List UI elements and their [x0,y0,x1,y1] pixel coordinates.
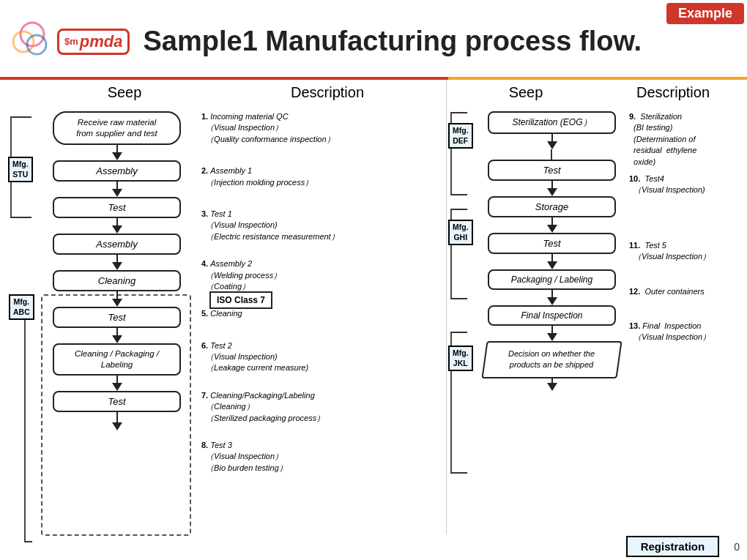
arrow-down-3 [112,225,122,234]
left-col-headers: Seep Description [0,80,446,104]
step-test2: Test [53,307,181,328]
example-badge: Example [666,3,744,24]
mfg-ghi-label: Mfg.GHI [448,220,473,245]
bottom-bar: Registration 0 [0,534,747,559]
r-desc-num-10: 10. [629,174,640,183]
r-arrow-line-5 [551,290,553,297]
r-desc-item-12: 12. Outer containers [629,286,744,297]
page-title: Sample1 Manufacturing process flow. [143,26,738,57]
arrow-line-1 [116,145,118,152]
desc-num-3: 3. [201,209,208,218]
arrow-down-4 [112,262,122,270]
desc-num-7: 7. [201,391,208,400]
r-arrow-line-6 [551,326,553,333]
r-arrow-down-1 [547,141,557,149]
r-arrow-line-3 [551,217,553,225]
arrow-down-5 [112,299,122,307]
arrow-line-8 [116,412,118,422]
r-bracket-gap1 [480,149,623,160]
desc-num-5: 5. [201,309,208,318]
desc-text-3: Test 1 （Visual Inspection) （Electric res… [201,209,339,241]
right-flow-area: Mfg.DEF Mfg.GHI Mfg.JKL [447,104,747,548]
desc-item-1: 1. Incoming material QC （Visual Inspecti… [201,111,442,145]
r-arrow-line-2 [551,181,553,188]
r-desc-num-9: 9. [629,112,636,121]
step-assembly2-wrapper: Assembly [38,234,196,270]
r-arrow-down-5 [547,297,557,305]
mfg-def-label: Mfg.DEF [448,123,473,149]
step-storage-wrapper: Storage [480,196,623,233]
main-content: Seep Description Mfg.STU [0,80,747,548]
left-section: Seep Description Mfg.STU [0,80,447,548]
r-arrow-down-3 [547,225,557,233]
r-arrow-line-4 [551,254,553,261]
arrow-down-1 [112,152,122,160]
desc-item-4: 4. Assembly 2 （Welding process） （Coating… [201,258,442,292]
desc-num-1: 1. [201,112,208,121]
step-final-inspection: Final Inspection [488,305,616,326]
pmda-text: pmda [80,32,123,51]
arrow-down-6 [112,335,122,343]
right-col-headers: Seep Description [447,80,747,104]
registration-button[interactable]: Registration [626,536,720,557]
step-test1-wrapper: Test [38,197,196,234]
r-desc-text-11: Test 5 （Visual Inspection） [629,241,710,261]
step-receive: Receive raw materialfrom supplier and te… [53,111,181,145]
desc-text-6: Test 2 （Visual Inspection) （Leakage curr… [201,341,308,373]
r-desc-num-13: 13. [629,321,640,330]
r-desc-item-10: 10. Test4 （Visual Inspection) [629,173,744,196]
step-cleaning-pkg: Cleaning / Packaging /Labeling [53,343,181,376]
logo-circles [9,21,53,61]
step-sterilization: Sterilization (EOG） [488,111,616,134]
arrow-line-7 [116,376,118,383]
r-arrow-line-1 [551,134,553,141]
desc-text-5: Cleaning [210,309,242,318]
r-arrow-down-6 [547,333,557,341]
desc-num-8: 8. [201,441,208,449]
step-packaging-wrapper: Packaging / Labeling [480,269,623,305]
desc-item-7: 7. Cleaning/Packaging/Labeling （Cleaning… [201,390,442,424]
abc-bracket-svg [22,300,34,545]
step-decision: Decision on whether theproducts an be sh… [481,341,622,378]
step-storage: Storage [488,196,616,217]
arrow-down-7 [112,383,122,391]
step-receive-wrapper: Receive raw materialfrom supplier and te… [38,111,196,160]
arrow-line-6 [116,328,118,335]
step-decision-wrapper: Decision on whether theproducts an be sh… [480,341,623,391]
r-curve-svg [489,149,614,160]
mfg-stu-label: Mfg.STU [8,157,33,182]
arrow-line-4 [116,255,118,262]
desc-num-2: 2. [201,166,208,175]
r-desc-text-9: Sterilization (BI testing) (Determinatio… [629,112,696,166]
r-desc-text-13: Final Inspection （Visual Inspection） [629,321,710,341]
desc-text-1: Incoming material QC （Visual Inspection）… [201,112,335,143]
pmda-logo: $m pmda [57,29,130,55]
left-steps-col: ISO Class 7 Receive raw materialfrom sup… [38,104,196,548]
arrow-line-2 [116,182,118,189]
left-seep-header: Seep [40,84,209,101]
desc-item-3: 3. Test 1 （Visual Inspection) （Electric … [201,209,442,242]
r-arrow-down-7 [547,383,557,391]
logo-area: $m pmda [9,21,130,61]
step-test4: Test [488,160,616,181]
step-packaging: Packaging / Labeling [488,269,616,290]
step-assembly2: Assembly [53,234,181,255]
step-cleaning1: Cleaning [53,270,181,291]
desc-text-8: Test 3 （Visual Inspection） （Bio burden t… [201,441,287,472]
r-desc-item-11: 11. Test 5 （Visual Inspection） [629,240,744,263]
r-desc-text-12: Outer containers [642,287,704,296]
arrow-line-3 [116,218,118,225]
page-number: 0 [734,541,740,553]
step-test1: Test [53,197,181,218]
desc-text-7: Cleaning/Packaging/Labeling （Cleaning） （… [201,391,324,422]
step-test5: Test [488,233,616,254]
r-desc-num-12: 12. [629,287,640,296]
r-desc-item-9: 9. Sterilization (BI testing) (Determina… [629,111,744,168]
right-seep-header: Seep [453,84,599,101]
right-desc-col: 9. Sterilization (BI testing) (Determina… [623,104,747,548]
svg-point-0 [21,23,44,46]
right-section: Seep Description Mfg.DEF Mfg.GHI Mfg [447,80,747,548]
desc-item-6: 6. Test 2 （Visual Inspection) （Leakage c… [201,340,442,374]
desc-num-4: 4. [201,259,208,268]
desc-item-8: 8. Test 3 （Visual Inspection） （Bio burde… [201,440,442,474]
